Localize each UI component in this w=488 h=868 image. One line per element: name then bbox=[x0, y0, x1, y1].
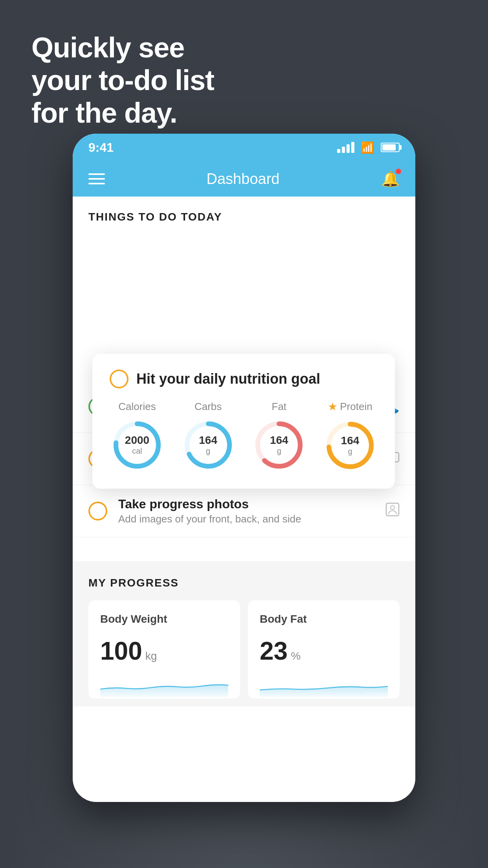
status-time: 9:41 bbox=[88, 140, 114, 155]
calories-label: Calories bbox=[118, 401, 156, 413]
body-weight-title: Body Weight bbox=[100, 613, 228, 625]
progress-cards: Body Weight 100 kg bbox=[88, 600, 400, 699]
nav-bar: Dashboard 🔔 bbox=[73, 161, 415, 197]
photos-subtitle: Add images of your front, back, and side bbox=[118, 513, 374, 525]
things-to-do-header: THINGS TO DO TODAY bbox=[73, 197, 415, 231]
phone-mockup: 9:41 📶 Dashboard 🔔 THINGS TO DO TODAY bbox=[73, 134, 415, 802]
nutrition-card-title-row: Hit your daily nutrition goal bbox=[110, 370, 378, 388]
body-fat-value: 23 bbox=[260, 636, 288, 666]
protein-label: Protein bbox=[340, 401, 372, 413]
body-weight-unit: kg bbox=[145, 650, 157, 662]
photos-circle bbox=[88, 502, 107, 520]
body-weight-value-row: 100 kg bbox=[100, 636, 228, 666]
progress-section: MY PROGRESS Body Weight 100 kg bbox=[73, 561, 415, 706]
nutrition-metrics: Calories 2000 cal Carbs bbox=[110, 400, 378, 473]
protein-value: 164 bbox=[341, 435, 360, 447]
battery-icon bbox=[381, 143, 400, 152]
fat-label: Fat bbox=[272, 401, 287, 413]
fat-unit: g bbox=[270, 447, 288, 456]
carbs-value: 164 bbox=[199, 434, 217, 447]
carbs-donut: 164 g bbox=[181, 417, 236, 473]
nav-title: Dashboard bbox=[207, 171, 280, 188]
calories-unit: cal bbox=[125, 447, 149, 456]
star-icon: ★ bbox=[328, 400, 338, 413]
nutrition-card-title: Hit your daily nutrition goal bbox=[136, 371, 320, 387]
calories-donut: 2000 cal bbox=[110, 417, 165, 473]
fat-metric: Fat 164 g bbox=[251, 401, 306, 473]
notification-dot bbox=[396, 169, 401, 174]
person-icon bbox=[385, 502, 400, 520]
body-fat-card: Body Fat 23 % bbox=[248, 600, 400, 699]
nutrition-radio-circle[interactable] bbox=[110, 370, 128, 388]
photos-text: Take progress photos Add images of your … bbox=[118, 497, 374, 525]
fat-value: 164 bbox=[270, 434, 288, 447]
fat-donut: 164 g bbox=[251, 417, 306, 473]
body-fat-value-row: 23 % bbox=[260, 636, 388, 666]
body-weight-card: Body Weight 100 kg bbox=[88, 600, 240, 699]
wifi-icon: 📶 bbox=[361, 141, 374, 154]
status-bar: 9:41 📶 bbox=[73, 134, 415, 161]
photos-title: Take progress photos bbox=[118, 497, 374, 511]
body-fat-unit: % bbox=[291, 650, 301, 662]
protein-donut: 164 g bbox=[323, 418, 378, 473]
nutrition-card: Hit your daily nutrition goal Calories 2… bbox=[92, 354, 395, 489]
signal-icon bbox=[337, 142, 354, 153]
carbs-metric: Carbs 164 g bbox=[181, 401, 236, 473]
body-fat-title: Body Fat bbox=[260, 613, 388, 625]
protein-metric: ★ Protein 164 g bbox=[323, 400, 378, 473]
protein-label-row: ★ Protein bbox=[328, 400, 372, 413]
carbs-unit: g bbox=[199, 447, 217, 456]
svg-point-4 bbox=[391, 506, 394, 509]
list-item[interactable]: Take progress photos Add images of your … bbox=[73, 485, 415, 537]
body-fat-chart bbox=[260, 673, 388, 699]
notification-bell-icon[interactable]: 🔔 bbox=[381, 170, 400, 188]
body-weight-value: 100 bbox=[100, 636, 142, 666]
status-icons: 📶 bbox=[337, 141, 400, 154]
calories-value: 2000 bbox=[125, 434, 149, 447]
protein-unit: g bbox=[341, 447, 360, 456]
body-weight-chart bbox=[100, 673, 228, 699]
calories-metric: Calories 2000 cal bbox=[110, 401, 165, 473]
hero-text: Quickly see your to-do list for the day. bbox=[31, 31, 214, 129]
progress-heading: MY PROGRESS bbox=[88, 577, 400, 589]
carbs-label: Carbs bbox=[194, 401, 222, 413]
hamburger-menu[interactable] bbox=[88, 173, 105, 184]
